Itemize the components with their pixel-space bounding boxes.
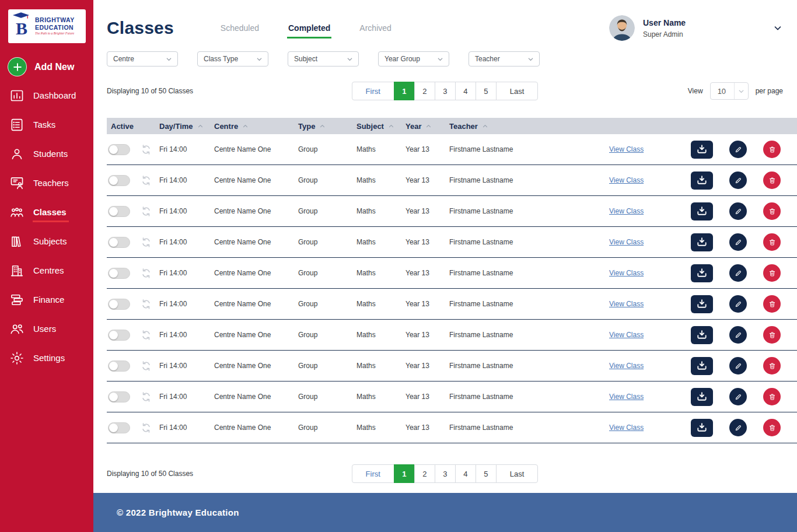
pagination-page-1[interactable]: 1 — [394, 464, 415, 483]
sidebar-item-classes[interactable]: Classes — [0, 198, 93, 227]
edit-button[interactable] — [729, 295, 747, 313]
teacher-cell: Firstname Lastname — [449, 238, 609, 246]
column-header-year[interactable]: Year — [406, 122, 449, 131]
filter-year-group[interactable]: Year Group — [378, 51, 449, 66]
year-cell: Year 13 — [406, 207, 449, 215]
pagination-page-3[interactable]: 3 — [435, 464, 456, 483]
delete-button[interactable] — [763, 326, 781, 344]
edit-button[interactable] — [729, 141, 747, 158]
pagination-page-4[interactable]: 4 — [455, 464, 476, 483]
brand-logo[interactable]: B BRIGHTWAY EDUCATION The Path to a Brig… — [8, 9, 86, 43]
delete-button[interactable] — [763, 419, 781, 436]
delete-button[interactable] — [763, 141, 781, 158]
download-button[interactable] — [691, 141, 713, 159]
view-class-link[interactable]: View Class — [609, 300, 644, 308]
download-button[interactable] — [691, 264, 713, 282]
view-class-link[interactable]: View Class — [609, 207, 644, 215]
active-toggle[interactable] — [108, 144, 130, 155]
pagination-page-1[interactable]: 1 — [394, 82, 415, 100]
sidebar-item-subjects[interactable]: Subjects — [0, 227, 93, 256]
tab-completed[interactable]: Completed — [287, 23, 331, 38]
active-toggle[interactable] — [108, 237, 130, 248]
per-page-select[interactable]: 10 — [710, 82, 749, 100]
sidebar-item-students[interactable]: Students — [0, 139, 93, 169]
active-toggle[interactable] — [108, 330, 130, 341]
filter-class-type[interactable]: Class Type — [197, 51, 268, 66]
delete-button[interactable] — [763, 388, 781, 405]
tab-archived[interactable]: Archived — [358, 23, 392, 38]
edit-button[interactable] — [729, 202, 747, 220]
active-toggle[interactable] — [108, 299, 130, 310]
subject-cell: Maths — [356, 145, 406, 153]
sidebar-item-tasks[interactable]: Tasks — [0, 110, 93, 139]
download-button[interactable] — [691, 326, 713, 344]
active-toggle[interactable] — [108, 268, 130, 279]
add-new-button[interactable]: Add New — [0, 57, 93, 76]
download-button[interactable] — [691, 233, 713, 251]
view-class-link[interactable]: View Class — [609, 362, 644, 370]
subject-cell: Maths — [356, 269, 406, 277]
pagination-page-3[interactable]: 3 — [435, 82, 456, 100]
sidebar-item-users[interactable]: Users — [0, 314, 93, 344]
tasks-icon — [9, 117, 25, 132]
pagination-first[interactable]: First — [352, 82, 394, 100]
pagination-page-2[interactable]: 2 — [414, 82, 435, 100]
edit-button[interactable] — [729, 388, 747, 405]
active-toggle[interactable] — [108, 391, 130, 402]
edit-button[interactable] — [729, 326, 747, 344]
active-toggle[interactable] — [108, 360, 130, 372]
filter-centre[interactable]: Centre — [107, 51, 178, 66]
pagination-first[interactable]: First — [352, 464, 394, 483]
sidebar-item-centres[interactable]: Centres — [0, 256, 93, 285]
view-class-link[interactable]: View Class — [609, 145, 644, 153]
download-button[interactable] — [691, 388, 713, 406]
active-toggle[interactable] — [108, 422, 130, 433]
edit-button[interactable] — [729, 233, 747, 251]
download-button[interactable] — [691, 202, 713, 220]
download-button[interactable] — [691, 357, 713, 375]
delete-button[interactable] — [763, 202, 781, 220]
edit-button[interactable] — [729, 419, 747, 436]
pagination-page-5[interactable]: 5 — [476, 464, 497, 483]
year-cell: Year 13 — [406, 362, 449, 370]
view-class-link[interactable]: View Class — [609, 424, 644, 432]
edit-button[interactable] — [729, 264, 747, 282]
view-class-link[interactable]: View Class — [609, 331, 644, 339]
delete-button[interactable] — [763, 295, 781, 313]
view-class-link[interactable]: View Class — [609, 176, 644, 184]
sidebar-item-teachers[interactable]: Teachers — [0, 169, 93, 198]
sidebar-item-dashboard[interactable]: Dashboard — [0, 81, 93, 110]
user-menu[interactable]: User Name Super Admin — [609, 15, 783, 41]
column-header-teacher[interactable]: Teacher — [449, 122, 609, 131]
column-header-centre[interactable]: Centre — [214, 122, 298, 131]
delete-button[interactable] — [763, 264, 781, 282]
filter-subject[interactable]: Subject — [288, 51, 359, 66]
delete-button[interactable] — [763, 233, 781, 251]
view-class-link[interactable]: View Class — [609, 238, 644, 246]
view-class-link[interactable]: View Class — [609, 269, 644, 277]
delete-button[interactable] — [763, 357, 781, 374]
brand-name-line2: EDUCATION — [35, 24, 83, 32]
pagination-last[interactable]: Last — [496, 82, 539, 100]
pagination-page-2[interactable]: 2 — [414, 464, 435, 483]
view-class-link[interactable]: View Class — [609, 393, 644, 401]
pagination-page-4[interactable]: 4 — [455, 82, 476, 100]
sidebar-item-settings[interactable]: Settings — [0, 344, 93, 373]
active-toggle[interactable] — [108, 175, 130, 186]
download-button[interactable] — [691, 172, 713, 190]
tab-scheduled[interactable]: Scheduled — [219, 23, 260, 38]
filter-teacher[interactable]: Teacher — [469, 51, 540, 66]
brand-monogram-icon: B — [11, 12, 32, 41]
sidebar-item-finance[interactable]: Finance — [0, 285, 93, 314]
edit-button[interactable] — [729, 172, 747, 189]
download-button[interactable] — [691, 419, 713, 437]
active-toggle[interactable] — [108, 206, 130, 217]
pagination-page-5[interactable]: 5 — [476, 82, 497, 100]
column-header-subject[interactable]: Subject — [356, 122, 406, 131]
edit-button[interactable] — [729, 357, 747, 374]
column-header-day-time[interactable]: Day/Time — [159, 122, 214, 131]
column-header-type[interactable]: Type — [298, 122, 356, 131]
pagination-last[interactable]: Last — [496, 464, 539, 483]
delete-button[interactable] — [763, 172, 781, 189]
download-button[interactable] — [691, 295, 713, 313]
